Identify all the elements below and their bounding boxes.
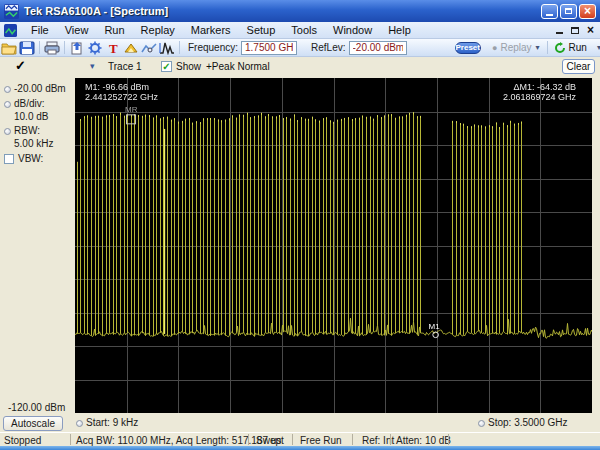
waveform-icon[interactable] (159, 41, 175, 55)
title-bar[interactable]: Tek RSA6100A - [Spectrum] × (0, 0, 600, 22)
toolbar: T Frequency: RefLev: Preset ● Replay ▾ (0, 39, 600, 57)
replay-label: Replay (500, 42, 531, 53)
document-logo-icon (4, 24, 17, 37)
knob-icon (4, 128, 11, 135)
trace-dropdown-icon[interactable]: ▾ (90, 61, 95, 71)
save-icon[interactable] (19, 41, 35, 55)
status-run-state: Stopped (4, 435, 41, 446)
menu-tools[interactable]: Tools (283, 23, 325, 37)
trace-selector[interactable]: Trace 1 (108, 61, 142, 72)
detection-mode-label: +Peak Normal (206, 61, 270, 72)
clear-button[interactable]: Clear (562, 59, 595, 74)
gear-icon[interactable] (87, 41, 103, 55)
start-frequency-control[interactable]: Start: 9 kHz (76, 417, 138, 428)
document-arrow-icon[interactable] (69, 41, 85, 55)
peak-marker-icon[interactable] (123, 41, 139, 55)
replay-button[interactable]: ● Replay (489, 42, 532, 53)
app-window: Tek RSA6100A - [Spectrum] × File View Ru… (0, 0, 600, 450)
autoscale-button[interactable]: Autoscale (3, 416, 63, 431)
menu-run[interactable]: Run (96, 23, 132, 37)
mdi-minimize-icon[interactable] (556, 32, 563, 34)
toolbar-separator (64, 41, 65, 54)
ref-level-value: -20.00 dBm (14, 83, 66, 94)
app-logo-icon (4, 4, 19, 19)
status-trigger: Free Run (300, 435, 342, 446)
status-separator (292, 434, 293, 445)
toolbar-separator (547, 41, 548, 54)
vbw-label: VBW: (18, 153, 43, 164)
reflev-label: RefLev: (311, 42, 345, 53)
status-separator (248, 434, 249, 445)
marker1-frequency: 2.441252722 GHz (85, 92, 158, 102)
panel-check-icon[interactable]: ✓ (15, 58, 26, 73)
menu-setup[interactable]: Setup (239, 23, 284, 37)
frequency-input[interactable] (241, 41, 297, 55)
preset-button[interactable]: Preset (455, 42, 481, 54)
stop-frequency-control[interactable]: Stop: 3.5000 GHz (478, 417, 568, 428)
replay-dropdown-icon[interactable]: ▾ (536, 43, 540, 52)
window-title: Tek RSA6100A - [Spectrum] (24, 5, 539, 17)
menu-bar: File View Run Replay Markers Setup Tools… (0, 22, 600, 39)
menu-file[interactable]: File (23, 23, 57, 37)
marker1-amplitude: M1: -96.66 dBm (85, 82, 158, 92)
bottom-level-label: -120.00 dBm (8, 402, 65, 413)
db-div-value: 10.0 dB (14, 111, 48, 122)
mdi-restore-icon[interactable] (571, 27, 579, 34)
knob-icon (76, 420, 83, 427)
status-attenuation: Atten: 10 dB (396, 435, 451, 446)
marker1-readout: M1: -96.66 dBm 2.441252722 GHz (85, 82, 158, 102)
trace-settings-bar: ✓ ▾ Trace 1 ✓ Show +Peak Normal Clear (0, 57, 600, 77)
status-separator (70, 434, 71, 445)
run-label: Run (569, 42, 587, 53)
knob-icon (4, 101, 11, 108)
svg-text:T: T (109, 41, 118, 55)
restore-button[interactable] (560, 4, 577, 19)
knob-icon (4, 86, 11, 93)
ref-level-control[interactable]: -20.00 dBm (4, 83, 66, 94)
stop-frequency-label: Stop: 3.5000 GHz (488, 417, 568, 428)
start-frequency-label: Start: 9 kHz (86, 417, 138, 428)
rbw-control[interactable]: RBW: (4, 125, 40, 136)
text-marker-icon[interactable]: T (105, 41, 121, 55)
menu-replay[interactable]: Replay (133, 23, 183, 37)
open-folder-icon[interactable] (1, 41, 17, 55)
rbw-value: 5.00 kHz (14, 138, 53, 149)
run-refresh-icon (554, 42, 566, 54)
restore-icon (565, 8, 572, 14)
minimize-icon (546, 14, 553, 16)
db-div-control[interactable]: dB/div: (4, 98, 45, 109)
knob-icon (478, 420, 485, 427)
delta-marker-amplitude: ΔM1: -64.32 dB (503, 82, 576, 92)
run-button[interactable]: Run (551, 42, 587, 54)
window-bottom-border (0, 446, 600, 450)
marker-trace-icon[interactable] (141, 41, 157, 55)
status-mode: Swept (256, 435, 284, 446)
frequency-label: Frequency: (188, 42, 238, 53)
checkbox-check-icon: ✓ (162, 62, 170, 72)
menu-markers[interactable]: Markers (183, 23, 239, 37)
mdi-close-icon[interactable]: × (587, 24, 594, 36)
db-div-label: dB/div: (14, 98, 45, 109)
delta-marker-readout: ΔM1: -64.32 dB 2.061869724 GHz (503, 82, 576, 102)
status-separator (448, 434, 449, 445)
toolbar-separator (179, 41, 180, 54)
menu-window[interactable]: Window (325, 23, 380, 37)
status-acquisition: Acq BW: 110.00 MHz, Acq Length: 517.187 … (76, 435, 281, 446)
close-icon: × (584, 5, 591, 17)
menu-help[interactable]: Help (380, 23, 419, 37)
spectrum-canvas[interactable] (75, 78, 592, 413)
scale-bar: Autoscale Start: 9 kHz Stop: 3.5000 GHz (0, 415, 600, 432)
spectrum-plot-area: M1: -96.66 dBm 2.441252722 GHz ΔM1: -64.… (75, 78, 592, 413)
vbw-control[interactable]: VBW: (4, 153, 43, 164)
print-icon[interactable] (44, 41, 60, 55)
close-button[interactable]: × (579, 4, 596, 19)
toolbar-separator (39, 41, 40, 54)
vbw-checkbox[interactable] (4, 154, 14, 164)
rbw-label: RBW: (14, 125, 40, 136)
show-checkbox[interactable]: ✓ (161, 61, 172, 72)
status-bar: Stopped Acq BW: 110.00 MHz, Acq Length: … (0, 432, 600, 446)
minimize-button[interactable] (541, 4, 558, 19)
reflev-input[interactable] (349, 41, 407, 55)
delta-marker-frequency: 2.061869724 GHz (503, 92, 576, 102)
menu-view[interactable]: View (57, 23, 97, 37)
